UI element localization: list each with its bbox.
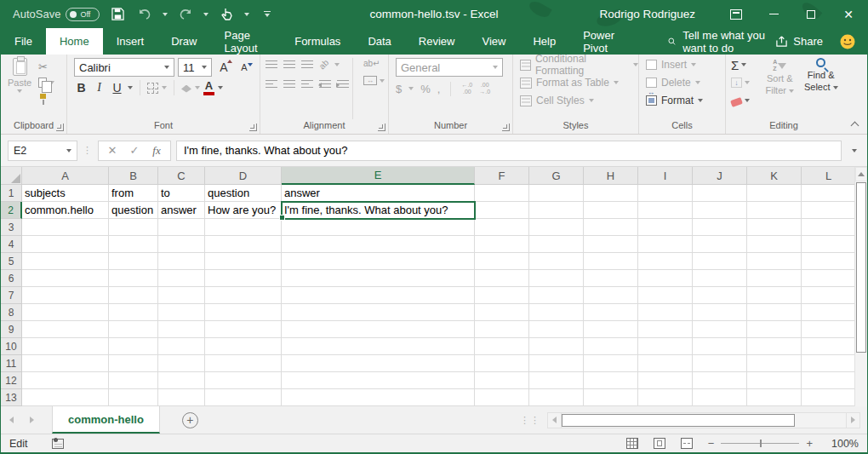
cell[interactable] [22, 270, 109, 287]
align-top-button[interactable] [266, 60, 277, 69]
clipboard-dialog-launcher[interactable] [56, 124, 64, 131]
clear-button[interactable] [731, 94, 759, 107]
cell[interactable] [22, 389, 109, 406]
name-box[interactable]: E2 [8, 141, 77, 161]
cell[interactable] [584, 355, 638, 372]
accounting-dropdown-icon[interactable] [408, 87, 414, 90]
feedback-button[interactable] [840, 28, 855, 55]
cell[interactable] [475, 355, 529, 372]
cell[interactable] [282, 219, 475, 236]
new-sheet-button[interactable]: + [182, 412, 198, 428]
cell[interactable] [638, 270, 693, 287]
cell[interactable] [693, 185, 747, 202]
format-cells-button[interactable]: Format [646, 94, 703, 107]
cell[interactable] [638, 236, 693, 253]
cell-c1[interactable]: to [158, 185, 205, 202]
cell[interactable] [802, 321, 856, 338]
cell[interactable] [638, 202, 693, 219]
font-color-button[interactable]: A [203, 80, 214, 95]
cell[interactable] [205, 236, 282, 253]
cell[interactable] [638, 287, 693, 304]
cell[interactable] [475, 185, 529, 202]
cell[interactable] [282, 236, 475, 253]
cell[interactable] [109, 253, 158, 270]
undo-dropdown[interactable] [163, 13, 168, 16]
cell[interactable] [205, 253, 282, 270]
autosave-toggle[interactable]: AutoSave Off [13, 8, 100, 21]
cell[interactable] [638, 372, 693, 389]
cell[interactable] [282, 253, 475, 270]
cell[interactable] [282, 389, 475, 406]
tab-draw[interactable]: Draw [157, 28, 210, 55]
row-header-2[interactable]: 2 [1, 202, 22, 219]
orientation-button[interactable]: ab [317, 58, 331, 72]
align-right-button[interactable] [301, 80, 313, 89]
cell[interactable] [529, 202, 584, 219]
column-header-c[interactable]: C [158, 167, 205, 185]
tab-page-layout[interactable]: Page Layout [211, 28, 282, 55]
row-header-4[interactable]: 4 [1, 236, 22, 253]
number-dialog-launcher[interactable] [502, 124, 510, 131]
expand-formula-bar-button[interactable] [847, 149, 862, 152]
cell[interactable] [158, 355, 205, 372]
column-header-f[interactable]: F [475, 167, 529, 185]
row-header-1[interactable]: 1 [1, 185, 22, 202]
row-header-7[interactable]: 7 [1, 287, 22, 304]
redo-dropdown[interactable] [203, 13, 208, 16]
format-as-table-button[interactable]: Format as Table [520, 76, 638, 89]
zoom-in-button[interactable]: + [806, 437, 813, 450]
cell[interactable] [638, 355, 693, 372]
cell[interactable] [22, 355, 109, 372]
cell[interactable] [584, 219, 638, 236]
cell[interactable] [747, 185, 802, 202]
column-header-b[interactable]: B [109, 167, 158, 185]
customize-quick-access-toolbar-button[interactable] [258, 5, 277, 24]
tab-data[interactable]: Data [354, 28, 404, 55]
cell[interactable] [802, 338, 856, 355]
align-left-button[interactable] [266, 80, 277, 89]
cell[interactable] [282, 372, 475, 389]
format-painter-button[interactable] [38, 92, 54, 106]
merge-dropdown-icon[interactable] [380, 79, 385, 83]
orientation-dropdown-icon[interactable] [334, 63, 340, 66]
cell[interactable] [584, 321, 638, 338]
delete-cells-button[interactable]: Delete [646, 76, 703, 89]
cell[interactable] [693, 236, 747, 253]
tab-view[interactable]: View [468, 28, 519, 55]
cell[interactable] [158, 389, 205, 406]
cell[interactable] [475, 219, 529, 236]
cell[interactable] [475, 321, 529, 338]
cell[interactable] [109, 321, 158, 338]
autosave-pill[interactable]: Off [66, 8, 100, 21]
cell[interactable] [282, 338, 475, 355]
cell[interactable] [747, 304, 802, 321]
row-header-12[interactable]: 12 [1, 372, 22, 389]
cell[interactable] [693, 389, 747, 406]
save-button[interactable] [108, 5, 127, 24]
decrease-decimal-button[interactable]: .00→.0 [479, 82, 490, 96]
zoom-slider-thumb[interactable] [760, 440, 762, 447]
cell[interactable] [747, 389, 802, 406]
insert-function-button[interactable]: fx [146, 144, 167, 158]
increase-indent-button[interactable] [337, 80, 349, 89]
cell[interactable] [747, 321, 802, 338]
cell[interactable] [158, 270, 205, 287]
cell[interactable] [529, 270, 584, 287]
align-bottom-button[interactable] [301, 60, 313, 69]
tab-insert[interactable]: Insert [103, 28, 158, 55]
cell[interactable] [747, 253, 802, 270]
paste-button[interactable]: Paste [1, 58, 38, 119]
wrap-text-button[interactable]: ab↵ [363, 59, 385, 68]
cell[interactable] [475, 304, 529, 321]
previous-sheet-button[interactable] [1, 406, 21, 434]
horizontal-scrollbar[interactable] [547, 412, 860, 428]
cell[interactable] [109, 338, 158, 355]
cell[interactable] [22, 219, 109, 236]
cancel-button[interactable]: ✕ [102, 144, 123, 157]
cell[interactable] [747, 372, 802, 389]
cell[interactable] [205, 321, 282, 338]
cell-a2[interactable]: common.hello [22, 202, 109, 219]
cell[interactable] [584, 236, 638, 253]
cell-styles-button[interactable]: Cell Styles [520, 94, 638, 107]
decrease-indent-button[interactable] [319, 80, 331, 89]
